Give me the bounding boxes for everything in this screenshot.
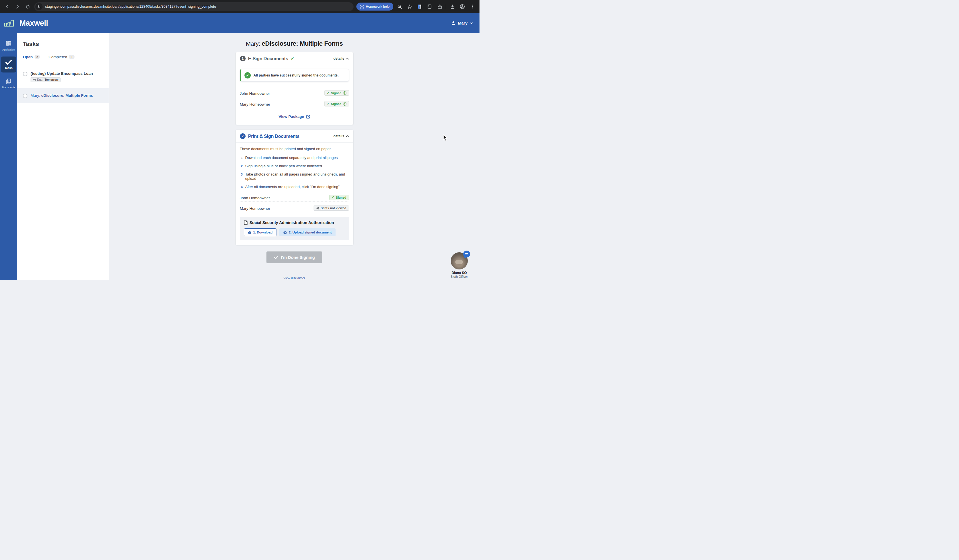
signer-name: Mary Homeowner (240, 206, 271, 211)
instruction-step: 1 Download each document separately and … (240, 156, 349, 160)
sidebar-item-label: Tasks (5, 67, 13, 70)
info-icon[interactable]: i (343, 102, 346, 106)
support-widget: Diana SO Sloth Officer (443, 252, 475, 278)
step-number-badge: 1 (240, 56, 245, 61)
chevron-up-icon (346, 135, 349, 137)
tab-completed[interactable]: Completed 1 (49, 55, 75, 62)
signed-status-badge: ✓ Signed (329, 195, 349, 200)
user-name: Mary (458, 21, 467, 25)
signer-row: Mary Homeowner Sent / not viewed (240, 204, 349, 212)
all-signed-alert: ✓ All parties have successfully signed t… (240, 69, 349, 82)
browser-profile-icon[interactable] (459, 3, 466, 10)
step-number-badge: 2 (240, 133, 245, 139)
site-settings-icon[interactable] (35, 3, 43, 10)
chevron-up-icon (346, 57, 349, 60)
extensions-puzzle-icon[interactable] (436, 3, 443, 10)
signed-status-badge[interactable]: ✓ Signed i (325, 90, 349, 95)
task-row-edisclosure[interactable]: Mary: eDisclosure: Multiple Forms (17, 88, 109, 103)
chat-bubble-icon[interactable] (463, 251, 470, 258)
sidebar-item-documents[interactable]: Documents (0, 75, 17, 91)
esign-details-toggle[interactable]: details (333, 57, 349, 60)
document-name: Social Security Administration Authoriza… (250, 220, 334, 225)
view-package-link[interactable]: View Package (279, 115, 310, 119)
button-check-icon (274, 255, 279, 259)
browser-menu-icon[interactable] (468, 3, 476, 10)
homework-help-button[interactable]: Homework help (357, 3, 393, 11)
task-radio[interactable] (23, 94, 27, 98)
sent-status-badge: Sent / not viewed (314, 205, 349, 211)
back-icon[interactable] (3, 3, 11, 10)
password-manager-extension-icon[interactable] (416, 3, 423, 10)
sidebar-item-application[interactable]: Application (0, 38, 17, 54)
print-sign-details-toggle[interactable]: details (333, 134, 349, 138)
view-disclaimer-link[interactable]: View disclaimer (235, 276, 354, 280)
signer-row: John Homeowner ✓ Signed i (240, 89, 349, 97)
url-text: stagingencompassdisclosures.dev.mhsite.l… (45, 5, 216, 9)
signer-name: Mary Homeowner (240, 102, 271, 107)
task-title: (testing) Update Encompass Loan (30, 72, 93, 76)
instruction-step: 3 Take photos or scan all all pages (sig… (240, 172, 349, 181)
tasks-check-icon (5, 59, 12, 65)
instruction-steps: 1 Download each document separately and … (240, 156, 349, 189)
support-name: Diana SO (443, 271, 475, 275)
print-sign-documents-card: 2 Print & Sign Documents details These d… (235, 130, 354, 245)
chevron-down-icon (470, 21, 473, 25)
signer-name: John Homeowner (240, 91, 270, 95)
documents-icon (5, 78, 12, 84)
signer-name: John Homeowner (240, 196, 270, 200)
print-sign-intro: These documents must be printed and sign… (240, 147, 349, 151)
completed-count-badge: 1 (69, 55, 75, 59)
mouse-cursor (442, 134, 449, 141)
address-bar[interactable]: stagingencompassdisclosures.dev.mhsite.l… (34, 2, 354, 11)
browser-toolbar: stagingencompassdisclosures.dev.mhsite.l… (0, 0, 480, 13)
task-title: eDisclosure: Multiple Forms (41, 93, 93, 98)
document-box: Social Security Administration Authoriza… (240, 217, 349, 240)
maxwell-logo[interactable]: Maxwell (4, 19, 48, 28)
sidebar-item-label: Documents (2, 86, 15, 89)
task-list: (testing) Update Encompass Loan Due: Tom… (17, 68, 109, 103)
zoom-out-icon[interactable] (396, 3, 403, 10)
im-done-signing-button[interactable]: I'm Done Signing (266, 251, 322, 263)
cloud-upload-icon (283, 231, 287, 234)
person-icon (451, 21, 456, 26)
task-tabs: Open 2 Completed 1 (23, 55, 103, 62)
page-title: Mary: eDisclosure: Multiple Forms (235, 40, 354, 48)
sidebar-item-label: Application (2, 48, 15, 51)
tab-open[interactable]: Open 2 (23, 55, 40, 62)
success-check-icon: ✓ (244, 72, 251, 78)
instruction-step: 4 After all documents are uploaded, clic… (240, 185, 349, 189)
external-link-icon (306, 115, 310, 119)
sidebar-item-tasks[interactable]: Tasks (1, 57, 16, 73)
calendar-icon (33, 78, 36, 81)
esign-documents-card: 1 E-Sign Documents ✓ details ✓ All parti… (235, 52, 354, 125)
task-radio[interactable] (23, 72, 27, 76)
signer-row: John Homeowner ✓ Signed (240, 193, 349, 202)
due-date-chip: Due: Tomorrow (30, 77, 61, 82)
extension-icon[interactable] (426, 3, 433, 10)
alert-text: All parties have successfully signed the… (253, 73, 339, 77)
downloads-icon[interactable] (449, 3, 456, 10)
info-icon[interactable]: i (343, 91, 346, 95)
tasks-panel-title: Tasks (23, 41, 103, 48)
print-sign-card-title: Print & Sign Documents (248, 134, 299, 139)
forward-icon[interactable] (14, 3, 21, 10)
application-list-icon (5, 41, 12, 47)
user-menu[interactable]: Mary (451, 21, 473, 26)
signed-status-badge[interactable]: ✓ Signed i (325, 101, 349, 107)
toolbar-divider (446, 4, 446, 9)
browser-actions: Homework help (357, 3, 476, 11)
app-header: Maxwell Mary (0, 13, 480, 33)
main-content: Mary: eDisclosure: Multiple Forms 1 E-Si… (109, 33, 480, 280)
cloud-download-icon (248, 231, 252, 234)
screenshot-icon (360, 5, 364, 9)
task-row-update-encompass[interactable]: (testing) Update Encompass Loan Due: Tom… (17, 68, 109, 86)
reload-icon[interactable] (24, 3, 32, 10)
signer-row: Mary Homeowner ✓ Signed i (240, 99, 349, 108)
open-count-badge: 2 (35, 55, 40, 59)
download-button[interactable]: 1. Download (244, 228, 277, 236)
brand-name: Maxwell (19, 19, 48, 28)
support-role: Sloth Officer (443, 275, 475, 278)
tasks-panel: Tasks Open 2 Completed 1 (testing) Updat… (17, 33, 109, 280)
bookmark-star-icon[interactable] (406, 3, 413, 10)
upload-signed-document-button[interactable]: 2. Upload signed document (279, 228, 336, 236)
